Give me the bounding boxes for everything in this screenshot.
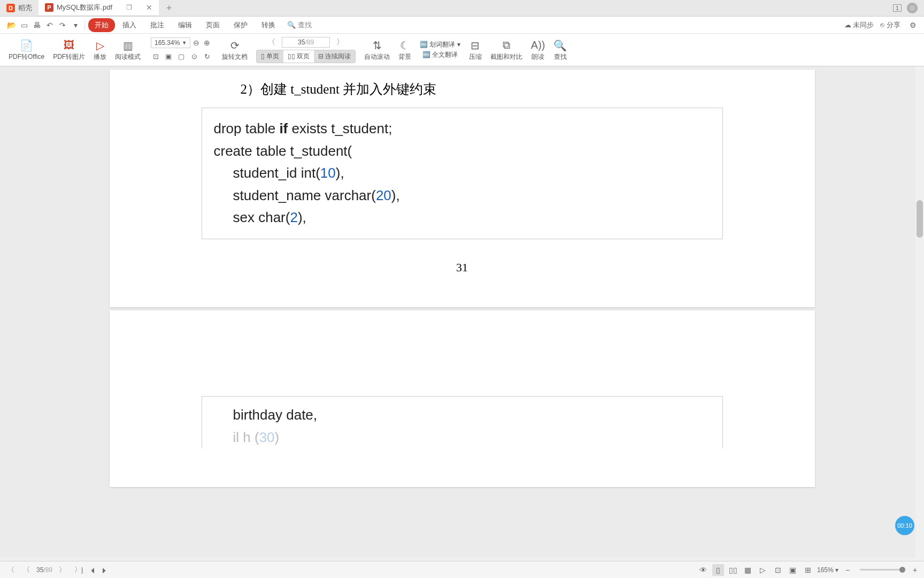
view-single-icon[interactable]: ▯	[712, 564, 724, 576]
read-aloud-button[interactable]: A)) 朗读	[527, 35, 550, 65]
word-translate-button[interactable]: 🔤 划词翻译 ▾	[420, 40, 460, 49]
book-icon: ▥	[123, 39, 133, 52]
menu-insert[interactable]: 插入	[116, 18, 143, 32]
background-button[interactable]: ☾ 背景	[394, 35, 415, 65]
dropdown-icon[interactable]: ▾	[70, 19, 81, 31]
undo-icon[interactable]: ↶	[44, 19, 56, 31]
tab-add-button[interactable]: +	[159, 3, 180, 14]
menu-protect[interactable]: 保护	[227, 18, 254, 32]
play-button[interactable]: ▷ 播放	[89, 35, 111, 65]
tab-restore-icon[interactable]: ❐	[126, 4, 132, 11]
auto-scroll-button[interactable]: ⇅ 自动滚动	[360, 35, 394, 65]
actual-size-icon[interactable]: ▢	[175, 50, 187, 62]
view-grid-icon[interactable]: ▦	[742, 564, 754, 576]
first-page-icon[interactable]: 〈	[3, 565, 19, 575]
screenshot-icon: ⧉	[503, 39, 510, 52]
moon-icon: ☾	[400, 39, 410, 52]
image-icon: 🖼	[64, 39, 74, 52]
ribbon: 📄 PDF转Office 🖼 PDF转图片 ▷ 播放 ▥ 阅读模式 165.34…	[0, 34, 924, 66]
zoom-area-icon[interactable]: ⊙	[188, 50, 200, 62]
speaker-icon: A))	[531, 39, 545, 52]
next-page-icon-sb[interactable]: 〉	[55, 565, 70, 575]
rotate-button[interactable]: ⟳ 旋转文档	[218, 35, 252, 65]
zoom-slider[interactable]	[860, 569, 903, 571]
continuous-button[interactable]: ⊟ 连续阅读	[314, 50, 355, 63]
vertical-scrollbar[interactable]	[915, 66, 924, 558]
section-heading: 2）创建 t_student 并加入外键约束	[241, 80, 815, 98]
page-nav-group: 〈 35/89 〉 ▯ 单页 ▯▯ 双页 ⊟ 连续阅读	[252, 35, 360, 65]
page-input[interactable]: 35/89	[282, 37, 330, 48]
zoom-label[interactable]: 165% ▾	[817, 566, 838, 574]
zoom-value-box[interactable]: 165.34% ▼	[151, 37, 190, 48]
save-icon[interactable]: ▭	[18, 19, 30, 31]
compress-button[interactable]: ⊟ 压缩	[465, 35, 486, 65]
play-icon: ▷	[96, 39, 104, 52]
zoom-plus-icon[interactable]: +	[909, 564, 921, 576]
zoom-slider-handle[interactable]	[899, 567, 905, 573]
view-double-icon[interactable]: ▯▯	[727, 564, 739, 576]
last-page-icon[interactable]: 〉|	[70, 565, 87, 575]
menu-annotate[interactable]: 批注	[144, 18, 171, 32]
timer-badge[interactable]: 00:10	[895, 516, 914, 535]
zoom-reset-icon[interactable]: ↻	[201, 50, 213, 62]
compress-icon: ⊟	[471, 39, 480, 52]
find-button[interactable]: 🔍 查找	[549, 35, 571, 65]
full-translate-button[interactable]: 🔤 全文翻译	[422, 50, 458, 59]
zoom-in-icon[interactable]: ⊕	[202, 39, 212, 47]
tab-home-label: 稻壳	[18, 3, 32, 13]
code-line: birthday date,	[214, 404, 722, 427]
menu-page[interactable]: 页面	[199, 18, 226, 32]
code-line: il h (30)	[214, 427, 722, 449]
prev-page-icon[interactable]: 〈	[265, 37, 279, 47]
zoom-group: 165.34% ▼ ⊖ ⊕ ⊡ ▣ ▢ ⊙ ↻	[145, 35, 218, 65]
pdf-to-image-button[interactable]: 🖼 PDF转图片	[49, 35, 89, 65]
fit-icon-1[interactable]: ⊡	[772, 564, 784, 576]
double-page-button[interactable]: ▯▯ 双页	[283, 50, 314, 63]
menubar-right: ☁ 未同步 ⎋ 分享 ⚙	[844, 19, 919, 31]
print-icon[interactable]: 🖶	[31, 19, 43, 31]
code-line: student_name varchar(20),	[214, 185, 722, 207]
tab-file-label: MySQL数据库.pdf	[57, 3, 112, 12]
redo-icon[interactable]: ↷	[57, 19, 68, 31]
coshare-button[interactable]: ⎋ 分享	[880, 20, 900, 30]
tab-bar: D 稻壳 P MySQL数据库.pdf ❐ ✕ + 1	[0, 0, 924, 17]
single-page-button[interactable]: ▯ 单页	[257, 50, 283, 63]
user-avatar[interactable]	[907, 3, 918, 13]
prev-page-icon-sb[interactable]: 〈	[19, 565, 34, 575]
window-count[interactable]: 1	[893, 4, 902, 12]
fit-width-icon[interactable]: ⊡	[150, 50, 161, 62]
sync-status[interactable]: ☁ 未同步	[844, 20, 874, 30]
open-icon[interactable]: 📂	[5, 19, 17, 31]
zoom-minus-icon[interactable]: −	[842, 564, 853, 576]
tab-close-icon[interactable]: ✕	[146, 3, 152, 12]
fit-icon-3[interactable]: ⊞	[802, 564, 814, 576]
menu-convert[interactable]: 转换	[255, 18, 282, 32]
find-icon: 🔍	[553, 39, 567, 52]
reading-mode-button[interactable]: ▥ 阅读模式	[111, 35, 145, 65]
settings-icon[interactable]: ⚙	[907, 19, 919, 31]
bookmark-next-icon[interactable]: ⏵	[99, 564, 111, 576]
eye-icon[interactable]: 👁	[697, 564, 709, 576]
code-line: sex char(2),	[214, 207, 722, 229]
view-play-icon[interactable]: ▷	[757, 564, 769, 576]
tab-home[interactable]: D 稻壳	[0, 0, 38, 17]
zoom-out-icon[interactable]: ⊖	[191, 39, 201, 47]
document-area[interactable]: 2）创建 t_student 并加入外键约束 drop table if exi…	[0, 66, 924, 558]
code-line: student_id int(10),	[214, 162, 722, 185]
search-icon: 🔍	[287, 21, 296, 29]
code-block-2: birthday date, il h (30)	[202, 396, 723, 448]
menu-edit[interactable]: 编辑	[172, 18, 198, 32]
scroll-icon: ⇅	[373, 39, 382, 52]
fit-icon-2[interactable]: ▣	[787, 564, 799, 576]
scrollbar-thumb[interactable]	[917, 200, 923, 238]
next-page-icon[interactable]: 〉	[333, 37, 347, 47]
docer-icon: D	[6, 4, 15, 12]
menu-search[interactable]: 🔍 查找	[287, 20, 312, 30]
screenshot-button[interactable]: ⧉ 截图和对比	[486, 35, 527, 65]
status-page[interactable]: 35/89	[34, 566, 55, 574]
bookmark-prev-icon[interactable]: ⏴	[87, 564, 99, 576]
menu-start[interactable]: 开始	[88, 18, 115, 32]
fit-page-icon[interactable]: ▣	[163, 50, 174, 62]
tab-file[interactable]: P MySQL数据库.pdf ❐ ✕	[38, 0, 159, 17]
pdf-to-office-button[interactable]: 📄 PDF转Office	[4, 35, 49, 65]
